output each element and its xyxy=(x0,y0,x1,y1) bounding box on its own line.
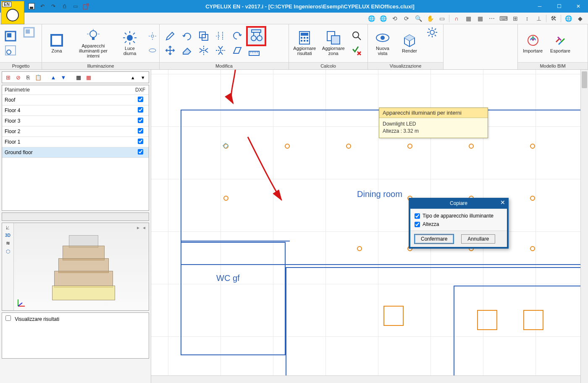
plan-tool-2[interactable] xyxy=(22,26,36,39)
keyboard-icon[interactable]: ⌨ xyxy=(499,14,508,23)
search-icon[interactable] xyxy=(350,30,364,42)
floor-row[interactable]: Floor 4 xyxy=(2,105,149,116)
layers-icon[interactable]: ≋ xyxy=(6,240,10,246)
floor-row[interactable]: Ground floor xyxy=(2,147,149,158)
copy-icon[interactable] xyxy=(197,30,211,42)
zona-button[interactable]: Zona xyxy=(45,32,68,54)
floor-dxf-checkbox[interactable] xyxy=(138,118,143,123)
light-fixture[interactable] xyxy=(357,246,362,251)
floor-dxf-cell[interactable] xyxy=(132,137,149,147)
collapse-down-icon[interactable]: ▾ xyxy=(139,73,147,81)
shield-icon[interactable]: ⬡ xyxy=(6,249,10,254)
light-fixture[interactable] xyxy=(407,144,412,149)
grid1-icon[interactable]: ▦ xyxy=(464,14,473,23)
light-fixture[interactable] xyxy=(223,196,228,201)
redo-icon[interactable]: ↷ xyxy=(50,3,57,10)
dialog-opt1-checkbox[interactable] xyxy=(415,213,420,219)
window-icon[interactable]: ▭ xyxy=(437,14,446,23)
perp-icon[interactable]: ⊥ xyxy=(534,14,543,23)
zoom-out-icon[interactable]: 🔍 xyxy=(414,14,423,23)
check-cross-icon[interactable] xyxy=(350,44,364,57)
edit-pencil-icon[interactable] xyxy=(163,30,177,42)
scrollbar-thumb[interactable] xyxy=(582,71,587,88)
vertical-scrollbar[interactable] xyxy=(580,70,588,383)
measure-icon[interactable] xyxy=(247,47,261,60)
floor-dxf-cell[interactable] xyxy=(132,105,149,116)
apparecchi-button[interactable]: Apparecchi illuminanti per interni xyxy=(72,27,114,59)
light-fixture[interactable] xyxy=(530,196,535,201)
axis-icon[interactable]: ⟀ xyxy=(6,225,9,231)
floor-dxf-cell[interactable] xyxy=(132,116,149,126)
3d-icon[interactable]: 3D xyxy=(5,233,10,238)
dialog-opt2-checkbox[interactable] xyxy=(415,222,420,227)
move-icon[interactable] xyxy=(163,44,177,57)
render-button[interactable]: Render xyxy=(398,32,421,54)
floor-row[interactable]: Floor 2 xyxy=(2,126,149,137)
tools-icon[interactable]: 🛠 xyxy=(549,14,558,23)
box-icon[interactable]: ▭ xyxy=(71,3,79,10)
grid2-icon[interactable]: ▦ xyxy=(475,14,485,23)
nuova-vista-button[interactable]: Nuova vista xyxy=(371,30,394,57)
export-icon[interactable] xyxy=(82,3,90,10)
results-checkbox-input[interactable] xyxy=(5,315,11,321)
canvas[interactable]: Dining room WC gf Ap xyxy=(151,70,588,383)
mirror-v-icon[interactable] xyxy=(213,44,228,57)
light-mini-2[interactable] xyxy=(145,44,160,57)
refresh-icon[interactable]: ⟳ xyxy=(402,14,411,23)
magnet-icon[interactable]: ∩ xyxy=(452,14,461,23)
mirror-h-icon[interactable] xyxy=(197,44,211,57)
floor-dxf-checkbox[interactable] xyxy=(138,107,143,113)
dialog-opt2[interactable]: Altezza xyxy=(415,221,503,227)
maximize-button[interactable]: ☐ xyxy=(549,0,569,13)
dialog-close-icon[interactable]: ✕ xyxy=(500,199,505,206)
dxf-icon[interactable]: ▦ xyxy=(74,73,83,81)
down-icon[interactable]: ▼ xyxy=(59,73,68,81)
results-checkbox[interactable]: Visualizzare risultati xyxy=(5,316,59,322)
aggiornare-zona-button[interactable]: Aggiornare zona xyxy=(321,30,346,57)
minimize-button[interactable]: ─ xyxy=(530,0,549,13)
dxf2-icon[interactable]: ▦ xyxy=(84,73,93,81)
chevron-left-icon[interactable]: ◂ xyxy=(143,225,145,231)
ruler-v-icon[interactable]: ↕ xyxy=(522,14,532,23)
erase-icon[interactable] xyxy=(180,44,194,57)
floor-dxf-cell[interactable] xyxy=(132,126,149,137)
delete-icon[interactable]: ⊘ xyxy=(14,73,22,81)
skew-icon[interactable] xyxy=(230,44,244,57)
horizontal-scrollbar[interactable] xyxy=(151,375,580,383)
light-fixture[interactable] xyxy=(346,144,351,149)
light-fixture[interactable] xyxy=(530,246,535,251)
floor-dxf-checkbox[interactable] xyxy=(138,139,143,144)
dots-icon[interactable]: ⋯ xyxy=(487,14,496,23)
undo-icon[interactable]: ↶ xyxy=(39,3,46,10)
esportare-button[interactable]: Esportare xyxy=(549,32,572,54)
ruler-h-icon[interactable]: ⊞ xyxy=(511,14,520,23)
light-fixture[interactable] xyxy=(469,144,474,149)
plan-tool-1[interactable] xyxy=(3,30,18,42)
floor-dxf-cell[interactable] xyxy=(132,147,149,158)
light-fixture[interactable] xyxy=(285,144,290,149)
floor-row[interactable]: Floor 1 xyxy=(2,137,149,147)
up-icon[interactable]: ▲ xyxy=(49,73,58,81)
rotate-icon[interactable] xyxy=(180,30,194,42)
light-mini-1[interactable] xyxy=(145,30,160,42)
world-icon[interactable]: 🌐 xyxy=(564,14,573,23)
copy-lights-button[interactable] xyxy=(247,27,265,45)
floor-dxf-checkbox[interactable] xyxy=(138,149,143,155)
paste-icon[interactable]: 📋 xyxy=(34,73,42,81)
align-v-icon[interactable] xyxy=(213,30,228,42)
globe-icon[interactable]: 🌐 xyxy=(378,14,388,23)
confirm-button[interactable]: Confermare xyxy=(415,234,454,244)
aggiornare-risultati-button[interactable]: Aggiornare risultati xyxy=(292,30,317,57)
floor-dxf-checkbox[interactable] xyxy=(138,128,143,134)
floor-dxf-cell[interactable] xyxy=(132,95,149,105)
close-button[interactable]: ✕ xyxy=(569,0,588,13)
chevron-right-icon[interactable]: ▸ xyxy=(137,225,139,231)
print-icon[interactable]: ⎙ xyxy=(60,3,68,10)
pan-icon[interactable]: ✋ xyxy=(425,14,435,23)
rotate-cw-icon[interactable] xyxy=(230,30,244,42)
zoom-reset-icon[interactable]: ⟲ xyxy=(390,14,399,23)
floor-row[interactable]: Roof xyxy=(2,95,149,105)
dialog-opt1[interactable]: Tipo de apparecchio illuminante xyxy=(415,213,503,219)
plan-tool-3[interactable] xyxy=(3,44,18,57)
add-icon[interactable]: ⊞ xyxy=(4,73,12,81)
